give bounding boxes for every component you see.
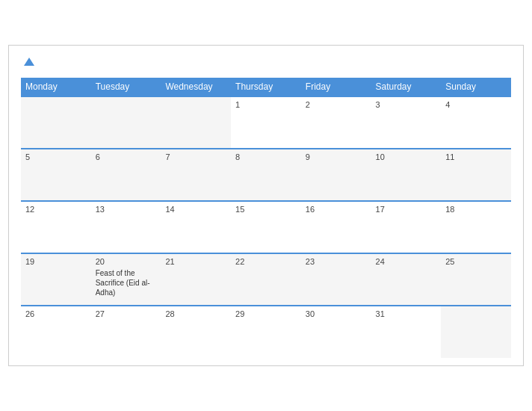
calendar-day <box>91 96 161 149</box>
calendar-day: 13 <box>91 201 161 253</box>
calendar-day: 15 <box>231 201 301 253</box>
week-row-2: 567891011 <box>21 149 511 201</box>
day-number: 6 <box>96 152 157 161</box>
week-row-1: 1234 <box>21 96 511 149</box>
day-number: 28 <box>165 309 226 318</box>
day-number: 3 <box>376 100 437 109</box>
day-number: 12 <box>25 205 87 214</box>
calendar-day: 14 <box>161 201 231 253</box>
logo-triangle-icon <box>24 58 34 66</box>
weekday-header-tuesday: Tuesday <box>91 78 161 96</box>
day-number: 9 <box>306 152 367 161</box>
calendar-day: 30 <box>301 306 371 358</box>
calendar-day: 4 <box>441 96 511 149</box>
day-number: 1 <box>235 100 297 109</box>
day-number: 20 <box>96 257 157 266</box>
calendar-header <box>21 58 511 67</box>
day-number: 21 <box>165 257 226 266</box>
day-number: 26 <box>25 309 87 318</box>
calendar-day: 12 <box>21 201 91 253</box>
day-number: 29 <box>235 309 297 318</box>
calendar-day <box>161 96 231 149</box>
calendar-day: 20Feast of the Sacrifice (Eid al-Adha) <box>91 253 161 306</box>
calendar-day: 6 <box>91 149 161 201</box>
calendar-day: 8 <box>231 149 301 201</box>
calendar-day: 3 <box>371 96 442 149</box>
day-number: 14 <box>165 205 226 214</box>
calendar-day <box>21 96 91 149</box>
calendar-grid: MondayTuesdayWednesdayThursdayFridaySatu… <box>21 78 511 358</box>
weekday-header-row: MondayTuesdayWednesdayThursdayFridaySatu… <box>21 78 511 96</box>
day-number: 19 <box>25 257 87 266</box>
calendar-container: MondayTuesdayWednesdayThursdayFridaySatu… <box>8 45 524 366</box>
calendar-day: 7 <box>161 149 231 201</box>
calendar-day: 31 <box>371 306 442 358</box>
calendar-day: 27 <box>91 306 161 358</box>
weekday-header-thursday: Thursday <box>231 78 301 96</box>
logo <box>21 58 36 67</box>
calendar-day: 16 <box>301 201 371 253</box>
day-number: 8 <box>235 152 297 161</box>
week-row-3: 12131415161718 <box>21 201 511 253</box>
day-number: 10 <box>376 152 437 161</box>
weekday-header-sunday: Sunday <box>441 78 511 96</box>
day-number: 5 <box>25 152 87 161</box>
day-number: 30 <box>306 309 367 318</box>
calendar-day: 28 <box>161 306 231 358</box>
day-number: 22 <box>235 257 297 266</box>
weekday-header-saturday: Saturday <box>371 78 442 96</box>
day-number: 31 <box>376 309 437 318</box>
calendar-day: 25 <box>441 253 511 306</box>
day-event: Feast of the Sacrifice (Eid al-Adha) <box>96 269 150 297</box>
calendar-day: 21 <box>161 253 231 306</box>
weekday-header-friday: Friday <box>301 78 371 96</box>
day-number: 11 <box>445 152 507 161</box>
calendar-day: 29 <box>231 306 301 358</box>
calendar-day: 18 <box>441 201 511 253</box>
calendar-day: 11 <box>441 149 511 201</box>
calendar-day: 9 <box>301 149 371 201</box>
calendar-day: 5 <box>21 149 91 201</box>
calendar-day: 17 <box>371 201 442 253</box>
day-number: 15 <box>235 205 297 214</box>
day-number: 18 <box>445 205 507 214</box>
day-number: 4 <box>445 100 507 109</box>
day-number: 17 <box>376 205 437 214</box>
week-row-5: 262728293031 <box>21 306 511 358</box>
day-number: 16 <box>306 205 367 214</box>
weekday-header-monday: Monday <box>21 78 91 96</box>
calendar-day: 19 <box>21 253 91 306</box>
day-number: 23 <box>306 257 367 266</box>
calendar-day: 24 <box>371 253 442 306</box>
day-number: 25 <box>445 257 507 266</box>
calendar-day: 10 <box>371 149 442 201</box>
day-number: 24 <box>376 257 437 266</box>
day-number: 7 <box>165 152 226 161</box>
calendar-day: 26 <box>21 306 91 358</box>
day-number: 27 <box>96 309 157 318</box>
calendar-day <box>441 306 511 358</box>
weekday-header-wednesday: Wednesday <box>161 78 231 96</box>
calendar-day: 2 <box>301 96 371 149</box>
week-row-4: 1920Feast of the Sacrifice (Eid al-Adha)… <box>21 253 511 306</box>
day-number: 13 <box>96 205 157 214</box>
calendar-day: 1 <box>231 96 301 149</box>
day-number: 2 <box>306 100 367 109</box>
calendar-day: 22 <box>231 253 301 306</box>
calendar-day: 23 <box>301 253 371 306</box>
